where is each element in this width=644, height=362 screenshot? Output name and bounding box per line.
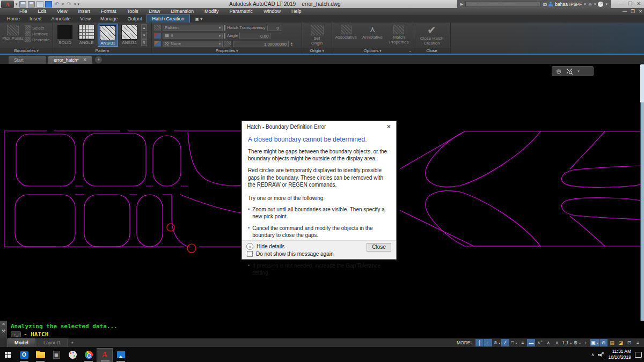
undo-icon[interactable]: ↶ [54, 1, 61, 8]
menu-edit[interactable]: Edit [33, 8, 52, 15]
ribbon-display-toggle-icon[interactable]: ▣ ▾ [195, 17, 203, 23]
panel-label-options[interactable]: Options ▾ [332, 48, 413, 54]
crosshair-icon[interactable]: ＋ [582, 339, 590, 346]
menu-window[interactable]: Window [258, 8, 286, 15]
scale-value[interactable]: 1.00000000 [233, 41, 289, 47]
options-dialog-launcher-icon[interactable]: ⌄ [408, 49, 412, 53]
dialog-title-bar[interactable]: Hatch - Boundary Definition Error ✕ [242, 121, 396, 132]
tab-hatch-creation[interactable]: Hatch Creation [147, 14, 189, 23]
graphics-performance-icon[interactable]: ▤ [608, 339, 616, 346]
dont-show-checkbox[interactable] [247, 251, 253, 257]
isolate-objects-icon[interactable]: ⊘ [599, 339, 608, 346]
save-as-icon[interactable] [28, 1, 35, 8]
search-icon[interactable]: oo [543, 2, 546, 7]
volume-muted-icon[interactable]: ✕ [598, 352, 604, 357]
app-menu-caret-icon[interactable]: ▾ [16, 2, 18, 6]
tab-output[interactable]: Output [122, 15, 147, 23]
command-prompt-line[interactable]: ›_ - HATCH [11, 331, 48, 338]
panel-label-properties[interactable]: Properties ▾ [152, 48, 302, 54]
isometric-drafting-icon[interactable]: □ ▾ [510, 339, 518, 346]
menu-tools[interactable]: Tools [121, 8, 143, 15]
panel-label-boundaries[interactable]: Boundaries ▾ [0, 48, 53, 54]
annotative-button[interactable]: ⋏ Annotative [360, 24, 385, 40]
scale-spinner[interactable]: ▲▼ [290, 42, 293, 46]
user-caret-icon[interactable]: ▾ [584, 2, 586, 6]
transparency-value[interactable]: 0 [267, 25, 281, 31]
plot-icon[interactable] [45, 1, 52, 8]
taskbar-photos[interactable] [113, 348, 129, 362]
pattern-scroll-up-icon[interactable]: ▲ [141, 24, 147, 31]
mdi-close-button[interactable]: ✕ [639, 8, 642, 15]
model-space-label[interactable]: MODEL [455, 340, 475, 345]
taskbar-chrome[interactable] [80, 348, 97, 362]
pattern-swatch-ansi32[interactable]: ANSI32 [119, 24, 140, 47]
action-center-icon[interactable] [635, 352, 642, 358]
tab-manage[interactable]: Manage [96, 15, 123, 23]
annotation-visibility-icon[interactable]: ▬ [527, 339, 535, 346]
panel-label-origin[interactable]: Origin ▾ [302, 48, 332, 54]
close-hatch-creation-button[interactable]: ✔ Close Hatch Creation [415, 24, 449, 46]
display-lock-icon[interactable]: ▣ ▾ [590, 339, 599, 346]
vertical-scrollbar[interactable] [640, 64, 644, 321]
close-button[interactable]: ✕ [636, 0, 641, 8]
command-customize-icon[interactable]: ⚒ [2, 329, 5, 334]
pick-points-button[interactable]: Pick Points [1, 24, 25, 41]
taskbar-paint[interactable] [64, 348, 80, 362]
taskbar-calculator[interactable]: ▦ [48, 348, 64, 362]
angle-slider-handle[interactable] [224, 33, 225, 39]
menu-parametric[interactable]: Parametric [224, 8, 259, 15]
transparency-slider-handle[interactable] [224, 25, 225, 31]
a360-icon[interactable]: ⩕ [588, 1, 592, 7]
select-button[interactable]: Select [25, 25, 49, 31]
grid-display-icon[interactable]: ∟ [484, 339, 492, 346]
associative-button[interactable]: Associative [333, 24, 358, 40]
hide-details-button[interactable]: ∧ Hide details [246, 243, 284, 250]
username[interactable]: bahaaTP6PF [555, 2, 582, 7]
taskbar-autocad[interactable]: A [97, 348, 113, 362]
recreate-button[interactable]: Recreate [25, 37, 49, 42]
background-color-dropdown[interactable]: None▾ [163, 41, 223, 47]
ortho-mode-icon[interactable]: ∠ [501, 339, 509, 346]
file-tab-close-icon[interactable]: ✕ [83, 57, 87, 62]
redo-caret-icon[interactable]: ▾ [74, 2, 76, 6]
file-tab-start[interactable]: Start [9, 56, 46, 64]
new-layout-button[interactable]: + [68, 339, 77, 347]
menu-view[interactable]: View [52, 8, 72, 15]
file-tab-error-hatch[interactable]: error_hatch* ✕ [48, 56, 92, 64]
search-input[interactable] [465, 1, 540, 7]
model-tab[interactable]: Model [8, 338, 35, 348]
polar-tracking-icon[interactable]: ⊕ ▾ [493, 339, 501, 346]
tray-expand-icon[interactable]: ∧ [591, 352, 595, 357]
menu-insert[interactable]: Insert [72, 8, 96, 15]
remove-button[interactable]: Remove [25, 31, 49, 36]
zoom-extents-icon[interactable] [566, 68, 574, 75]
help-caret-icon[interactable]: ▾ [605, 2, 608, 6]
graphics-warning-icon[interactable]: ◪ [617, 339, 625, 346]
taskbar-file-explorer[interactable] [32, 348, 48, 362]
pattern-swatch-ansi31[interactable]: ANSI31 [98, 24, 118, 47]
command-close-icon[interactable]: ✕ [2, 322, 5, 327]
restore-button[interactable]: ❐ [628, 0, 632, 8]
mdi-minimize-button[interactable]: — [623, 8, 627, 15]
angle-value[interactable]: 0.00 [239, 33, 270, 39]
pattern-scroll-down-icon[interactable]: ▼ [141, 32, 147, 39]
qat-customize-caret-icon[interactable]: ▾ [78, 2, 80, 6]
annotation-scale-value[interactable]: 1:1 ▾ [561, 339, 572, 346]
redo-icon[interactable]: ↷ [65, 1, 72, 8]
lineweight-icon[interactable]: ≡ [518, 339, 526, 346]
command-line[interactable]: ✕ ⚒ Analyzing the selected data... ›_ - … [0, 321, 644, 338]
tab-view[interactable]: View [76, 15, 96, 23]
autocad-logo-icon[interactable]: A [1, 1, 14, 8]
a360-caret-icon[interactable]: ▾ [594, 2, 596, 6]
zoom-menu-caret-icon[interactable]: ▼ [577, 70, 580, 73]
workspace-gear-icon[interactable]: ⚙ ▾ [573, 339, 581, 346]
hatch-type-dropdown[interactable]: Pattern▾ [163, 25, 223, 31]
undo-caret-icon[interactable]: ▾ [62, 2, 64, 6]
menu-file[interactable]: File [14, 8, 33, 15]
layout1-tab[interactable]: Layout1 [36, 338, 68, 348]
new-drawing-tab-button[interactable]: + [95, 56, 102, 63]
pattern-swatch-angle[interactable]: ANGLE [76, 24, 97, 47]
customization-menu-icon[interactable]: ≡ [634, 339, 642, 346]
save-icon[interactable] [19, 1, 26, 8]
snap-mode-icon[interactable]: ┼ [475, 339, 484, 346]
